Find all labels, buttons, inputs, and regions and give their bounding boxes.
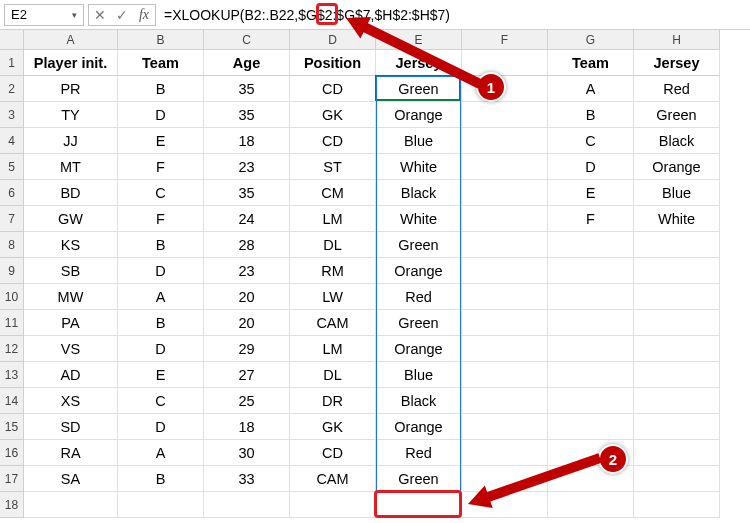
cell[interactable] (548, 388, 634, 414)
fx-icon[interactable]: fx (133, 7, 155, 23)
cell[interactable] (462, 336, 548, 362)
cell[interactable] (462, 362, 548, 388)
cell[interactable]: 30 (204, 440, 290, 466)
row-header[interactable]: 2 (0, 76, 24, 102)
cell[interactable]: E (118, 362, 204, 388)
column-header-h[interactable]: H (634, 30, 720, 50)
row-header[interactable]: 14 (0, 388, 24, 414)
cell[interactable]: 24 (204, 206, 290, 232)
column-header-d[interactable]: D (290, 30, 376, 50)
cell[interactable]: White (376, 154, 462, 180)
cell[interactable] (548, 336, 634, 362)
cell[interactable] (634, 466, 720, 492)
row-header[interactable]: 17 (0, 466, 24, 492)
cell[interactable]: 28 (204, 232, 290, 258)
cell[interactable]: B (118, 232, 204, 258)
cell[interactable]: Black (634, 128, 720, 154)
cell[interactable]: D (118, 414, 204, 440)
cell[interactable]: Age (204, 50, 290, 76)
cell[interactable] (462, 206, 548, 232)
cell[interactable] (462, 50, 548, 76)
cell[interactable] (462, 414, 548, 440)
cell[interactable]: F (118, 206, 204, 232)
cell[interactable]: 35 (204, 76, 290, 102)
cell[interactable] (462, 128, 548, 154)
cell[interactable] (548, 362, 634, 388)
cell[interactable]: DL (290, 232, 376, 258)
cell[interactable]: CAM (290, 466, 376, 492)
cell[interactable]: 35 (204, 102, 290, 128)
row-header[interactable]: 5 (0, 154, 24, 180)
cell[interactable]: MW (24, 284, 118, 310)
cell[interactable]: Black (376, 388, 462, 414)
cell[interactable]: SB (24, 258, 118, 284)
cell[interactable] (290, 492, 376, 518)
row-header[interactable]: 3 (0, 102, 24, 128)
row-header[interactable]: 1 (0, 50, 24, 76)
row-header[interactable]: 15 (0, 414, 24, 440)
cell[interactable] (634, 388, 720, 414)
cell[interactable]: 35 (204, 180, 290, 206)
cell[interactable]: GK (290, 102, 376, 128)
enter-icon[interactable]: ✓ (111, 7, 133, 23)
cell[interactable]: F (548, 206, 634, 232)
cell[interactable]: RA (24, 440, 118, 466)
cell[interactable] (548, 232, 634, 258)
cell[interactable]: Player init. (24, 50, 118, 76)
cell[interactable]: White (376, 206, 462, 232)
cell[interactable]: Red (634, 76, 720, 102)
name-box-dropdown-icon[interactable]: ▾ (72, 10, 77, 20)
cell[interactable]: White (634, 206, 720, 232)
row-header[interactable]: 13 (0, 362, 24, 388)
cell[interactable]: 20 (204, 310, 290, 336)
cell[interactable] (634, 336, 720, 362)
cell[interactable]: AD (24, 362, 118, 388)
cell[interactable]: Blue (376, 128, 462, 154)
cell[interactable]: 23 (204, 154, 290, 180)
cell[interactable]: D (118, 102, 204, 128)
row-header[interactable]: 8 (0, 232, 24, 258)
cell[interactable]: JJ (24, 128, 118, 154)
cell[interactable]: Jersey (634, 50, 720, 76)
cell[interactable] (462, 258, 548, 284)
cell[interactable]: B (118, 76, 204, 102)
cell[interactable]: Position (290, 50, 376, 76)
cell[interactable]: Jersey (376, 50, 462, 76)
cell[interactable] (462, 440, 548, 466)
cell[interactable]: B (548, 102, 634, 128)
cell[interactable]: TY (24, 102, 118, 128)
cell[interactable] (376, 492, 462, 518)
cell[interactable]: Team (118, 50, 204, 76)
cell[interactable] (634, 492, 720, 518)
cell[interactable]: Green (376, 310, 462, 336)
cell[interactable]: B (118, 466, 204, 492)
cell[interactable]: XS (24, 388, 118, 414)
cell[interactable]: SD (24, 414, 118, 440)
row-header[interactable]: 10 (0, 284, 24, 310)
cell[interactable] (634, 362, 720, 388)
cell[interactable]: PR (24, 76, 118, 102)
cell[interactable]: Blue (634, 180, 720, 206)
cell[interactable] (634, 310, 720, 336)
cell[interactable]: Orange (376, 258, 462, 284)
cell[interactable] (462, 284, 548, 310)
row-header[interactable]: 16 (0, 440, 24, 466)
cell[interactable]: LM (290, 336, 376, 362)
cell[interactable] (24, 492, 118, 518)
cell[interactable]: LW (290, 284, 376, 310)
cell[interactable] (462, 492, 548, 518)
row-header[interactable]: 18 (0, 492, 24, 518)
cell[interactable]: CD (290, 76, 376, 102)
cell[interactable]: C (118, 388, 204, 414)
cell[interactable]: D (548, 154, 634, 180)
formula-input[interactable]: =XLOOKUP(B2:.B22,$G$2:$G$7,$H$2:$H$7) (156, 7, 750, 23)
cell[interactable] (548, 310, 634, 336)
cell[interactable]: E (548, 180, 634, 206)
cell[interactable] (548, 284, 634, 310)
cell[interactable] (634, 284, 720, 310)
cell[interactable]: 20 (204, 284, 290, 310)
cell[interactable] (548, 258, 634, 284)
cell[interactable] (462, 180, 548, 206)
cell[interactable]: Black (376, 180, 462, 206)
cell[interactable]: BD (24, 180, 118, 206)
